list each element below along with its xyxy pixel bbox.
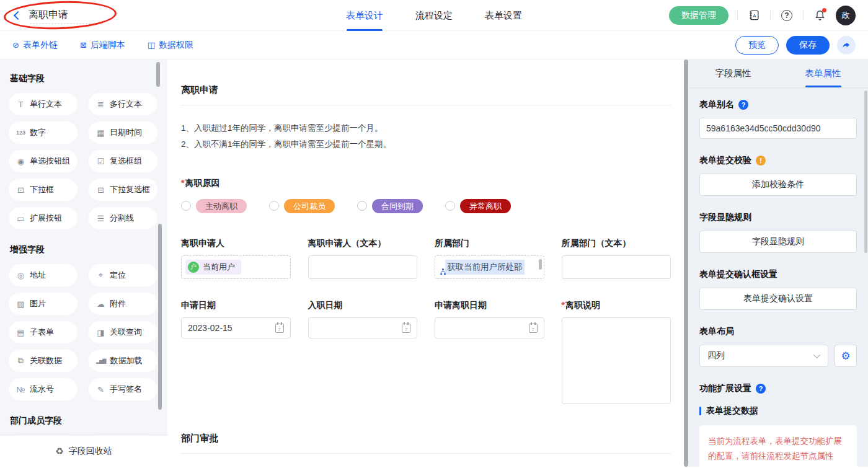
group-submit-confirm: 表单提交确认框设置 表单提交确认设置 <box>699 269 857 310</box>
radio-circle[interactable] <box>357 201 367 211</box>
radio-circle[interactable] <box>269 201 279 211</box>
field-leave-note[interactable]: 离职说明 <box>562 300 671 404</box>
form-alias-input[interactable] <box>699 118 857 139</box>
field-pill-image[interactable]: ▨图片 <box>9 293 78 315</box>
calendar-icon: 7 <box>275 324 284 333</box>
field-recycle-bin[interactable]: ♻ 字段回收站 <box>0 436 167 467</box>
back-icon[interactable] <box>14 11 22 19</box>
leave-note-textarea[interactable] <box>562 317 671 404</box>
form-name-title[interactable]: 离职申请 <box>29 9 68 20</box>
field-department-text[interactable]: 所属部门（文本） <box>562 238 671 279</box>
help-icon[interactable]: ? <box>756 384 766 394</box>
data-load-icon: ▂▅▇ <box>96 358 105 364</box>
form-canvas-title: 离职申请 <box>181 84 671 105</box>
field-pill-checkbox-group[interactable]: ☑复选框组 <box>89 150 157 172</box>
user-avatar[interactable]: 政 <box>836 6 856 25</box>
help-icon[interactable]: ? <box>738 100 748 110</box>
radio-option-abnormal[interactable]: 异常离职 <box>445 199 511 214</box>
group-form-alias: 表单别名 ? <box>699 99 857 139</box>
field-leave-date[interactable]: 申请离职日期 7 <box>435 300 544 404</box>
radio-group-icon: ◉ <box>16 157 25 166</box>
field-pill-signature[interactable]: ✎手写签名 <box>89 378 157 400</box>
main-nav-tabs: 表单设计 流程设定 表单设置 <box>346 0 522 31</box>
sidebar-scrollbar-thumb[interactable] <box>158 224 162 410</box>
field-pill-subform[interactable]: ▤子表单 <box>9 321 78 343</box>
field-pill-address[interactable]: ◎地址 <box>9 264 78 286</box>
notification-bell-icon[interactable] <box>812 8 827 23</box>
form-layout-controls: 四列 ⚙ <box>699 345 857 367</box>
applicant-value-box[interactable]: 户 当前用户 <box>181 255 291 279</box>
data-manage-button[interactable]: 数据管理 <box>669 6 728 25</box>
tab-form-setting[interactable]: 表单设置 <box>485 0 522 31</box>
chevron-down-icon <box>813 351 820 358</box>
enhanced-fields-grid: ◎地址 ⌖定位 ▨图片 ☁附件 ▤子表单 ◨关联查询 ⧉关联数据 ▂▅▇数据加载… <box>9 264 157 400</box>
field-pill-extend-button[interactable]: ▭扩展按钮 <box>9 207 78 229</box>
preview-button[interactable]: 预览 <box>735 36 779 55</box>
tab-field-properties[interactable]: 字段属性 <box>688 60 778 87</box>
layout-settings-button[interactable]: ⚙ <box>835 345 857 367</box>
field-pill-linked-query[interactable]: ◨关联查询 <box>89 321 157 343</box>
field-pill-linked-data[interactable]: ⧉关联数据 <box>9 350 78 372</box>
applicant-text-input[interactable] <box>308 255 418 279</box>
external-link-button[interactable]: ⊘ 表单外链 <box>12 40 58 51</box>
radio-option-voluntary[interactable]: 主动离职 <box>181 199 247 214</box>
field-applicant-text[interactable]: 离职申请人（文本） <box>308 238 418 279</box>
apply-date-input[interactable]: 2023-02-15 7 <box>181 317 291 338</box>
leave-date-input[interactable]: 7 <box>435 317 544 338</box>
field-leave-reason[interactable]: 离职原因 主动离职 公司裁员 合同到期 <box>181 178 671 214</box>
canvas-scrollbar[interactable] <box>684 60 688 467</box>
tab-form-design[interactable]: 表单设计 <box>346 0 383 31</box>
tab-form-properties[interactable]: 表单属性 <box>778 60 868 87</box>
section-title-enhanced-fields: 增强字段 <box>10 244 157 255</box>
visibility-rules-button[interactable]: 字段显隐规则 <box>699 231 857 253</box>
data-permission-button[interactable]: ◫ 数据权限 <box>148 40 193 51</box>
field-pill-multi-line-text[interactable]: ≣多行文本 <box>89 93 157 115</box>
address-book-icon[interactable]: A <box>746 8 761 23</box>
field-pill-data-load[interactable]: ▂▅▇数据加载 <box>89 350 157 372</box>
radio-circle[interactable] <box>181 201 191 211</box>
join-date-input[interactable]: 7 <box>308 317 418 338</box>
layout-select[interactable]: 四列 <box>699 345 828 367</box>
save-button[interactable]: 保存 <box>786 36 830 55</box>
share-button[interactable] <box>837 36 856 55</box>
field-pill-dropdown[interactable]: ⊡下拉框 <box>9 179 78 201</box>
field-pill-divider[interactable]: ☰分割线 <box>89 207 157 229</box>
divider <box>737 11 738 20</box>
sidebar-scrollbar-thumb[interactable] <box>156 62 160 87</box>
location-icon: ⌖ <box>96 270 105 280</box>
field-pill-single-line-text[interactable]: T单行文本 <box>9 93 78 115</box>
field-pill-datetime[interactable]: ▦日期时间 <box>89 121 157 144</box>
submit-confirm-button[interactable]: 表单提交确认设置 <box>699 288 857 310</box>
field-apply-date[interactable]: 申请日期 2023-02-15 7 <box>181 300 291 404</box>
image-icon: ▨ <box>16 299 25 309</box>
field-pill-serial-number[interactable]: №流水号 <box>9 378 78 400</box>
field-pill-number[interactable]: 123数字 <box>9 121 78 144</box>
field-department[interactable]: 所属部门 获取当前用户所处部 <box>435 238 544 279</box>
add-validation-button[interactable]: 添加校验条件 <box>699 174 857 196</box>
field-pill-multi-dropdown[interactable]: ⊟下拉复选框 <box>89 179 157 201</box>
field-applicant[interactable]: 离职申请人 户 当前用户 <box>181 238 291 279</box>
field-pill-location[interactable]: ⌖定位 <box>89 264 157 286</box>
form-title-wrap[interactable]: 离职申请 <box>29 9 68 22</box>
department-value-box[interactable]: 获取当前用户所处部 <box>435 255 544 279</box>
form-layout-label: 表单布局 <box>699 326 857 337</box>
help-icon[interactable]: ? <box>779 8 794 23</box>
tab-flow-setting[interactable]: 流程设定 <box>415 0 453 31</box>
department-box-scrollbar[interactable] <box>539 259 542 270</box>
radio-circle[interactable] <box>445 201 455 211</box>
department-text-input[interactable] <box>562 255 671 279</box>
backend-script-button[interactable]: ⊠ 后端脚本 <box>80 40 125 51</box>
radio-option-contract-end[interactable]: 合同到期 <box>357 199 423 214</box>
window-scrollbar-thumb[interactable] <box>864 91 867 253</box>
submit-confirm-label: 表单提交确认框设置 <box>699 269 857 280</box>
field-pill-attachment[interactable]: ☁附件 <box>89 293 157 315</box>
field-pill-radio-group[interactable]: ◉单选按钮组 <box>9 150 78 172</box>
properties-tabs: 字段属性 表单属性 <box>688 60 868 88</box>
properties-body: 表单别名 ? 表单提交校验 ! 添加校验条件 字段显隐规则 <box>688 88 868 467</box>
field-join-date[interactable]: 入职日期 7 <box>308 300 418 404</box>
user-tag-icon: 户 <box>188 262 199 273</box>
gear-icon: ⚙ <box>841 350 850 363</box>
toolbar-links: ⊘ 表单外链 ⊠ 后端脚本 ◫ 数据权限 <box>12 40 193 51</box>
field-row-2: 申请日期 2023-02-15 7 入职日期 7 申请离职日期 <box>181 300 671 404</box>
radio-option-layoff[interactable]: 公司裁员 <box>269 199 335 214</box>
